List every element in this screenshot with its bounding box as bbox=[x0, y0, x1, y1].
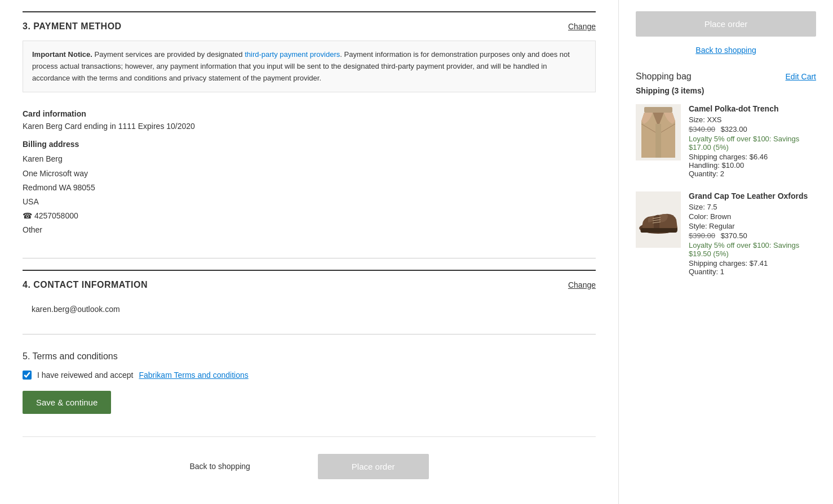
coat-loyalty: Loyalty 5% off over $100: Savings $17.00… bbox=[689, 135, 816, 151]
billing-address1: One Microsoft way bbox=[23, 167, 596, 181]
coat-original-price: $340.00 bbox=[689, 125, 715, 133]
shoe-prices: $390.00 $370.50 bbox=[689, 231, 816, 240]
important-notice: Important Notice. Payment services are p… bbox=[23, 41, 596, 92]
coat-name: Camel Polka-dot Trench bbox=[689, 104, 816, 113]
product-item-shoe: Grand Cap Toe Leather Oxfords Size: 7.5 … bbox=[636, 191, 816, 276]
sidebar: Place order Back to shopping Shopping ba… bbox=[619, 0, 833, 504]
contact-change-link[interactable]: Change bbox=[568, 280, 596, 289]
svg-rect-0 bbox=[644, 107, 672, 113]
sidebar-back-to-shopping-link[interactable]: Back to shopping bbox=[636, 46, 816, 55]
billing-name: Karen Berg bbox=[23, 152, 596, 166]
billing-phone: ☎ 4257058000 bbox=[23, 209, 596, 223]
contact-section-header: 4. CONTACT INFORMATION Change bbox=[23, 270, 596, 290]
shoe-quantity: Quantity: 1 bbox=[689, 267, 816, 276]
product-item-coat: Camel Polka-dot Trench Size: XXS $340.00… bbox=[636, 104, 816, 178]
coat-icon bbox=[639, 107, 678, 158]
billing-type: Other bbox=[23, 223, 596, 237]
card-info-section: Card information Karen Berg Card ending … bbox=[23, 104, 596, 246]
billing-phone-number: 4257058000 bbox=[34, 211, 78, 220]
shoe-size: Size: 7.5 bbox=[689, 203, 816, 211]
payment-change-link[interactable]: Change bbox=[568, 22, 596, 31]
shoe-icon bbox=[637, 203, 680, 237]
phone-icon: ☎ bbox=[23, 211, 32, 220]
terms-text-before: I have reivewed and accept bbox=[37, 371, 133, 380]
shoe-original-price: $390.00 bbox=[689, 231, 715, 240]
save-continue-button[interactable]: Save & continue bbox=[23, 391, 111, 414]
bottom-back-to-shopping-link[interactable]: Back to shopping bbox=[189, 462, 250, 471]
edit-cart-link[interactable]: Edit Cart bbox=[786, 72, 816, 81]
coat-quantity: Quantity: 2 bbox=[689, 170, 816, 178]
shoe-loyalty: Loyalty 5% off over $100: Savings $19.50… bbox=[689, 241, 816, 258]
divider-contact-terms bbox=[23, 334, 596, 334]
notice-text-before: Payment services are provided by designa… bbox=[95, 50, 245, 59]
divider-payment-contact bbox=[23, 258, 596, 258]
product-image-shoe-container bbox=[636, 191, 681, 248]
billing-address: Karen Berg One Microsoft way Redmond WA … bbox=[23, 152, 596, 237]
coat-shipping: Shipping charges: $6.46 bbox=[689, 153, 816, 161]
card-details: Karen Berg Card ending in 1111 Expires 1… bbox=[23, 122, 596, 131]
shopping-bag-header: Shopping bag Edit Cart bbox=[636, 72, 816, 82]
shoe-name: Grand Cap Toe Leather Oxfords bbox=[689, 191, 816, 200]
contact-title: 4. CONTACT INFORMATION bbox=[23, 280, 148, 290]
shoe-color: Color: Brown bbox=[689, 212, 816, 221]
bottom-place-order-button[interactable]: Place order bbox=[318, 454, 429, 479]
product-image-coat-container bbox=[636, 104, 681, 160]
product-details-coat: Camel Polka-dot Trench Size: XXS $340.00… bbox=[689, 104, 816, 178]
terms-checkbox-row: I have reivewed and accept Fabrikam Term… bbox=[23, 371, 596, 380]
shoe-shipping: Shipping charges: $7.41 bbox=[689, 259, 816, 267]
shopping-bag-title: Shopping bag bbox=[636, 72, 692, 82]
contact-email: karen.berg@outlook.com bbox=[23, 299, 596, 323]
shoe-style: Style: Regular bbox=[689, 222, 816, 230]
bottom-bar: Back to shopping Place order bbox=[23, 436, 596, 490]
coat-handling: Handling: $10.00 bbox=[689, 161, 816, 170]
shoe-sale-price: $370.50 bbox=[721, 231, 747, 240]
card-info-label: Card information bbox=[23, 109, 596, 118]
billing-country: USA bbox=[23, 195, 596, 209]
third-party-link[interactable]: third-party payment providers bbox=[245, 50, 340, 59]
shipping-items-label: Shipping (3 items) bbox=[636, 86, 816, 95]
svg-rect-5 bbox=[655, 124, 661, 158]
terms-section: 5. Terms and conditions I have reivewed … bbox=[23, 346, 596, 420]
coat-sale-price: $323.00 bbox=[721, 125, 747, 133]
terms-link[interactable]: Fabrikam Terms and conditions bbox=[139, 371, 248, 380]
terms-title: 5. Terms and conditions bbox=[23, 351, 596, 362]
billing-city-state: Redmond WA 98055 bbox=[23, 181, 596, 195]
coat-size: Size: XXS bbox=[689, 115, 816, 124]
notice-bold: Important Notice. bbox=[32, 50, 92, 59]
terms-checkbox[interactable] bbox=[23, 371, 32, 380]
payment-section-header: 3. PAYMENT METHOD Change bbox=[23, 11, 596, 32]
sidebar-place-order-button[interactable]: Place order bbox=[636, 11, 816, 37]
payment-title: 3. PAYMENT METHOD bbox=[23, 21, 122, 32]
coat-prices: $340.00 $323.00 bbox=[689, 125, 816, 133]
product-details-shoe: Grand Cap Toe Leather Oxfords Size: 7.5 … bbox=[689, 191, 816, 276]
billing-label: Billing address bbox=[23, 140, 596, 149]
